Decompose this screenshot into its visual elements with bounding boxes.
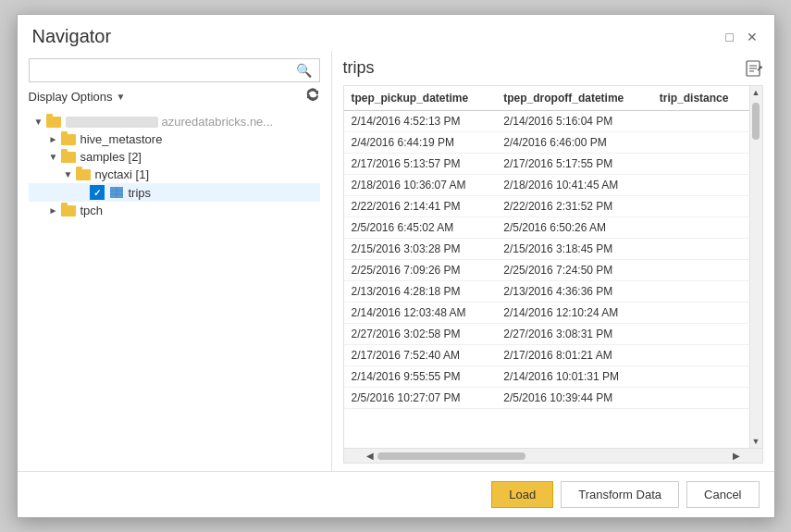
tree-item-hive-metastore[interactable]: ► hive_metastore [29,130,320,148]
table-cell [652,217,749,239]
cancel-button[interactable]: Cancel [686,481,759,508]
table-cell: 2/22/2016 2:14:41 PM [344,196,497,217]
table-cell: 2/4/2016 6:44:19 PM [344,132,497,154]
tree-container: ▼ azuredatabricks.ne... ► hive_metastore [29,113,320,464]
table-cell [652,345,749,366]
window-controls: □ ✕ [723,30,760,44]
table-row: 2/27/2016 3:02:58 PM2/27/2016 3:08:31 PM [344,324,749,345]
col-header-distance: trip_distance [652,86,749,111]
hscroll-right-button[interactable]: ▶ [729,449,744,464]
table-title: trips [343,58,375,78]
search-input[interactable] [37,64,296,78]
close-button[interactable]: ✕ [745,30,760,44]
table-row: 2/13/2016 4:28:18 PM2/13/2016 4:36:36 PM [344,281,749,303]
table-cell: 2/25/2016 7:09:26 PM [344,260,497,281]
display-options-label: Display Options [29,90,113,104]
table-cell: 2/13/2016 4:28:18 PM [344,281,497,303]
display-options-row: Display Options ▼ [29,88,320,105]
table-cell: 2/17/2016 5:13:57 PM [344,154,497,175]
nyctaxi-label: nyctaxi [1] [95,167,150,181]
table-cell: 2/14/2016 4:52:13 PM [344,111,497,132]
scroll-up-button[interactable]: ▲ [749,86,762,99]
table-row: 2/22/2016 2:14:41 PM2/22/2016 2:31:52 PM [344,196,749,217]
table-cell: 2/27/2016 3:08:31 PM [496,324,652,345]
chevron-icon: ▼ [47,151,60,164]
hscroll-thumb[interactable] [377,452,525,460]
table-cell: 2/14/2016 5:16:04 PM [496,111,652,132]
data-table: tpep_pickup_datetime tpep_dropoff_dateti… [344,86,749,409]
table-cell [652,132,749,154]
table-cell [652,154,749,175]
tree-item-tpch[interactable]: ► tpch [29,202,320,219]
table-row: 2/15/2016 3:03:28 PM2/15/2016 3:18:45 PM [344,239,749,260]
horizontal-scrollbar[interactable]: ◀ ▶ [344,448,762,463]
tree-item-root[interactable]: ▼ azuredatabricks.ne... [29,113,320,130]
table-row: 2/14/2016 4:52:13 PM2/14/2016 5:16:04 PM [344,111,749,132]
folder-icon [75,168,92,181]
table-cell: 2/14/2016 9:55:55 PM [344,366,497,388]
table-cell: 2/17/2016 7:52:40 AM [344,345,497,366]
main-content: 🔍 Display Options ▼ ▼ [18,51,774,471]
table-cell [652,324,749,345]
scroll-down-button[interactable]: ▼ [749,435,762,448]
table-cell: 2/14/2016 12:10:24 AM [496,303,652,324]
trips-checkbox[interactable]: ✓ [90,185,105,200]
display-options-button[interactable]: Display Options ▼ [29,90,126,104]
transform-data-button[interactable]: Transform Data [561,481,679,508]
table-scroll-wrapper[interactable]: tpep_pickup_datetime tpep_dropoff_dateti… [344,86,749,448]
col-header-pickup: tpep_pickup_datetime [344,86,497,111]
table-cell: 2/4/2016 6:46:00 PM [496,132,652,154]
hive-metastore-label: hive_metastore [80,132,163,146]
table-row: 2/5/2016 6:45:02 AM2/5/2016 6:50:26 AM [344,217,749,239]
table-cell [652,303,749,324]
tree-item-trips[interactable]: ✓ trips [29,183,320,202]
table-cell [652,388,749,409]
dropdown-arrow-icon: ▼ [117,92,126,102]
table-cell: 2/13/2016 4:36:36 PM [496,281,652,303]
table-cell: 2/5/2016 6:50:26 AM [496,217,652,239]
load-button[interactable]: Load [491,481,553,508]
left-panel: 🔍 Display Options ▼ ▼ [18,51,332,471]
scroll-thumb[interactable] [752,103,760,140]
table-row: 2/25/2016 7:09:26 PM2/25/2016 7:24:50 PM [344,260,749,281]
table-row: 2/14/2016 12:03:48 AM2/14/2016 12:10:24 … [344,303,749,324]
refresh-button[interactable] [305,88,320,105]
root-label-blurred [66,117,158,128]
table-row: 2/18/2016 10:36:07 AM2/18/2016 10:41:45 … [344,175,749,196]
chevron-icon: ► [47,204,60,217]
table-cell: 2/5/2016 6:45:02 AM [344,217,497,239]
table-row: 2/17/2016 7:52:40 AM2/17/2016 8:01:21 AM [344,345,749,366]
table-row: 2/14/2016 9:55:55 PM2/14/2016 10:01:31 P… [344,366,749,388]
scroll-track [750,99,762,435]
table-cell [652,260,749,281]
table-cell [652,196,749,217]
hscroll-left-button[interactable]: ◀ [363,449,377,464]
chevron-icon: ► [47,133,60,146]
table-cell: 2/5/2016 10:27:07 PM [344,388,497,409]
tree-item-nyctaxi[interactable]: ▼ nyctaxi [1] [29,166,320,183]
folder-icon [60,133,77,146]
table-icon [108,186,125,199]
table-cell: 2/14/2016 12:03:48 AM [344,303,497,324]
table-cell: 2/18/2016 10:36:07 AM [344,175,497,196]
table-cell: 2/18/2016 10:41:45 AM [496,175,652,196]
minimize-button[interactable]: □ [723,30,737,44]
navigator-dialog: Navigator □ ✕ 🔍 Display Options ▼ [17,14,775,518]
title-bar: Navigator □ ✕ [18,15,774,51]
table-cell: 2/27/2016 3:02:58 PM [344,324,497,345]
check-icon: ✓ [93,188,101,198]
table-cell: 2/17/2016 8:01:21 AM [496,345,652,366]
folder-icon [45,116,62,129]
vertical-scrollbar[interactable]: ▲ ▼ [749,86,762,448]
search-box[interactable]: 🔍 [29,58,320,82]
table-cell [652,175,749,196]
col-header-dropoff: tpep_dropoff_datetime [496,86,652,111]
table-cell [652,281,749,303]
right-panel-header: trips [343,58,763,78]
samples-label: samples [2] [80,150,142,164]
export-icon [745,59,763,78]
tree-item-samples[interactable]: ▼ samples [2] [29,148,320,166]
tpch-label: tpch [80,204,104,217]
root-label-suffix: azuredatabricks.ne... [162,115,274,129]
data-table-container: tpep_pickup_datetime tpep_dropoff_dateti… [343,85,763,464]
